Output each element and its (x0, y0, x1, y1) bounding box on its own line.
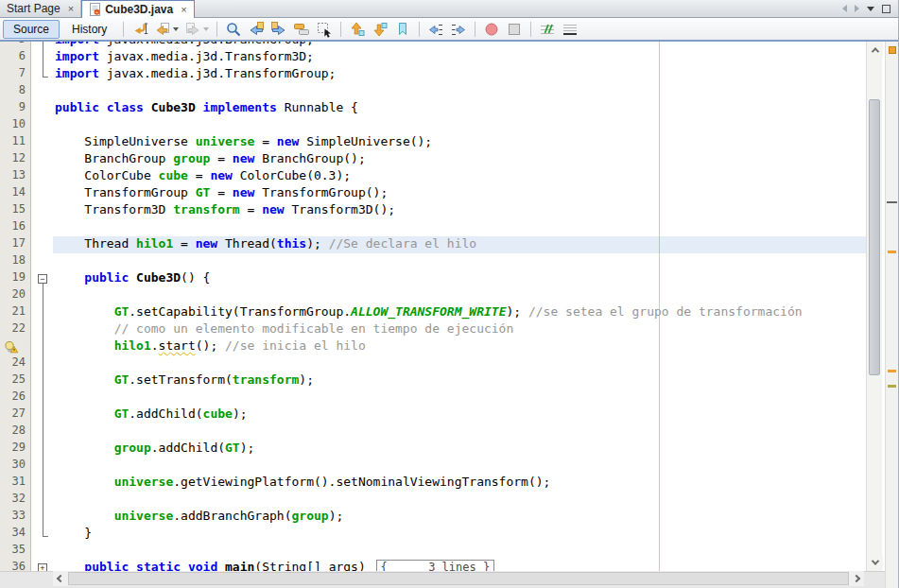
scroll-up-button[interactable] (867, 43, 883, 58)
stripe-mark-member-dash[interactable] (888, 385, 896, 388)
code-folding-sidebar: −+ (32, 42, 53, 571)
tab-controls (842, 0, 898, 17)
gutter-line-number: 27 (0, 406, 30, 424)
gutter-line-number: 34 (0, 526, 30, 543)
gutter-line-number: 18 (0, 253, 30, 270)
maximize-icon[interactable] (882, 5, 890, 13)
gutter-line-number: 5 (0, 42, 30, 49)
fold-column-cell (32, 304, 53, 321)
code-line (53, 389, 866, 406)
tab-strip: Start Page×Cube3D.java× (0, 0, 195, 17)
code-line: } (53, 526, 866, 543)
tab-label: Start Page (7, 2, 61, 15)
fold-guide-line (43, 287, 43, 304)
uncomment-button[interactable] (560, 19, 580, 40)
close-tab-icon[interactable]: × (181, 5, 186, 15)
stop-macro-button[interactable] (504, 19, 525, 40)
tab-start-page[interactable]: Start Page× (0, 0, 81, 17)
fold-column-cell (32, 441, 53, 458)
fold-guide-line (43, 42, 43, 49)
next-bookmark-button[interactable] (370, 19, 390, 40)
horizontal-scrollbar-thumb[interactable] (68, 572, 849, 585)
scroll-tabs-right-icon[interactable] (855, 5, 859, 12)
collapse-fold-button[interactable]: − (38, 274, 47, 284)
shift-left-button[interactable] (425, 19, 446, 40)
fold-column-cell (32, 219, 53, 236)
source-view-button[interactable]: Source (3, 20, 60, 39)
fold-column-cell (32, 526, 53, 543)
code-line (53, 253, 866, 270)
scroll-down-button[interactable] (867, 555, 883, 570)
warning-hint-icon[interactable] (0, 338, 30, 355)
find-selection-button[interactable] (223, 19, 244, 40)
toolbar-separator (419, 22, 420, 37)
stripe-mark-warn-dash[interactable] (888, 370, 896, 372)
fold-column-cell: − (32, 270, 53, 287)
fold-guide-line (43, 372, 43, 389)
comment-button[interactable] (537, 19, 558, 40)
fold-column-cell (32, 475, 53, 492)
fold-column-cell (32, 49, 53, 66)
code-text-area[interactable]: 5678910111213141516171819202122242526272… (0, 42, 866, 571)
toggle-bookmark-button[interactable] (392, 19, 413, 40)
tab-label: Cube3D.java (105, 3, 173, 16)
gutter-line-number: 32 (0, 492, 30, 509)
scroll-tabs-left-icon[interactable] (842, 5, 847, 12)
toolbar-icons (130, 19, 580, 40)
find-previous-button[interactable] (246, 19, 267, 40)
editor-main-area: 5678910111213141516171819202122242526272… (0, 42, 898, 588)
editor-toolbar: Source History (0, 18, 898, 42)
code-line: GT.addChild(cube); (53, 406, 866, 424)
code-line: universe.addBranchGraph(group); (53, 509, 866, 526)
stripe-mark-warn-square[interactable] (889, 46, 896, 54)
find-selection-icon (225, 21, 242, 38)
history-view-button[interactable]: History (61, 20, 117, 39)
fold-guide-line (43, 406, 43, 424)
chevron-down-icon (871, 557, 878, 564)
next-bookmark-icon (372, 21, 389, 38)
fold-guide-line (43, 424, 43, 441)
vertical-scrollbar-thumb[interactable] (869, 99, 880, 375)
dropdown-caret-icon[interactable] (173, 27, 179, 31)
close-tab-icon[interactable]: × (68, 4, 74, 14)
code-line: GT.setCapability(TransformGroup.ALLOW_TR… (53, 304, 866, 321)
fold-guide-line (43, 338, 43, 355)
gutter-line-number: 6 (0, 49, 30, 66)
back-button[interactable] (152, 19, 181, 40)
chevron-right-icon (853, 575, 860, 582)
rect-selection-button[interactable] (314, 19, 335, 40)
shift-right-button[interactable] (448, 19, 469, 40)
tab-list-dropdown-icon[interactable] (867, 7, 874, 11)
shift-right-icon (450, 21, 467, 38)
fold-column-cell (32, 509, 53, 526)
code-line: SimpleUniverse universe = new SimpleUniv… (53, 134, 866, 151)
netbeans-editor-window: Start Page×Cube3D.java× Source History 5… (0, 0, 899, 588)
scroll-right-button[interactable] (849, 571, 864, 586)
fold-guide-line (43, 441, 43, 458)
stripe-mark-caret-dash[interactable] (887, 201, 897, 203)
fold-guide-line (43, 509, 43, 526)
gutter-line-number: 35 (0, 543, 30, 560)
shift-left-icon (427, 21, 444, 38)
fold-column-cell (32, 355, 53, 372)
record-macro-button[interactable] (481, 19, 502, 40)
stripe-mark-warn-dash[interactable] (888, 251, 896, 253)
record-macro-icon (483, 21, 500, 38)
forward-button[interactable] (182, 19, 211, 40)
gutter-line-number: 29 (0, 441, 30, 458)
code-line: public static void main(String[] args) {… (53, 560, 866, 571)
prev-bookmark-button[interactable] (347, 19, 368, 40)
dropdown-caret-icon[interactable] (203, 27, 209, 31)
vertical-scrollbar[interactable] (866, 42, 882, 571)
tab-cube3d-java[interactable]: Cube3D.java× (81, 0, 194, 18)
scroll-left-button[interactable] (53, 571, 68, 586)
toggle-highlight-button[interactable] (291, 19, 312, 40)
expand-fold-button[interactable]: + (38, 563, 47, 571)
fold-guide-end (43, 66, 48, 78)
horizontal-scrollbar[interactable] (53, 571, 864, 586)
jump-last-edit-button[interactable] (130, 19, 150, 40)
find-next-button[interactable] (268, 19, 289, 40)
stop-macro-icon (506, 21, 523, 38)
gutter-line-number: 19 (0, 270, 30, 287)
code-line: GT.setTransform(transform); (53, 372, 866, 389)
